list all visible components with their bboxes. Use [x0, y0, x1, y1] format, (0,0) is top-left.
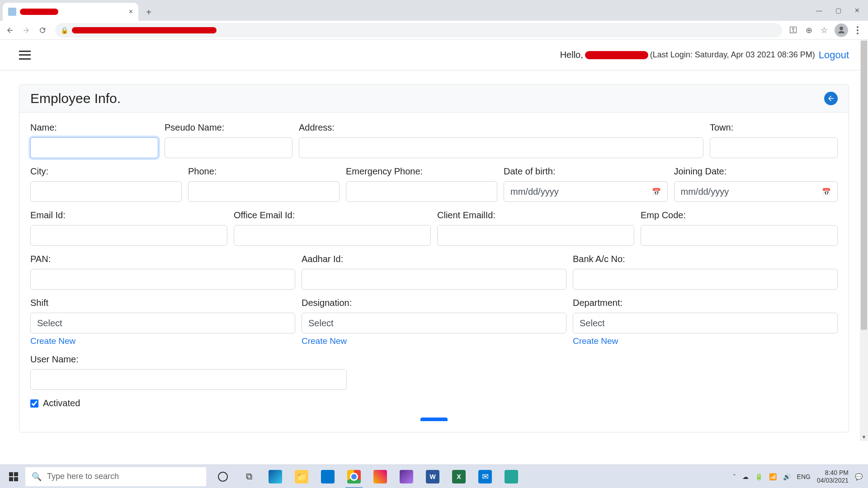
taskbar-search[interactable]: 🔍 Type here to search [25, 467, 206, 486]
shift-select[interactable]: Select [30, 313, 295, 333]
username-redacted [585, 51, 648, 59]
tray-language[interactable]: ENG [797, 473, 811, 480]
joining-date-input[interactable]: mm/dd/yyyy 📅 [674, 181, 838, 202]
emp-code-label: Emp Code: [641, 210, 838, 221]
nav-reload-icon[interactable] [36, 24, 49, 37]
window-maximize-button[interactable]: ▢ [829, 3, 847, 18]
tray-chevron-icon[interactable]: ˄ [733, 473, 736, 480]
tray-clock[interactable]: 8:40 PM 04/03/2021 [817, 469, 849, 484]
browser-menu-button[interactable] [854, 26, 862, 34]
visual-studio-taskbar-icon[interactable] [393, 465, 420, 488]
start-button[interactable] [2, 465, 25, 488]
scroll-down-icon[interactable]: ▼ [860, 433, 868, 441]
designation-create-new-link[interactable]: Create New [302, 336, 566, 346]
nav-back-icon[interactable] [4, 24, 16, 37]
chrome-taskbar-icon[interactable] [341, 465, 367, 488]
emergency-phone-input[interactable] [346, 181, 497, 202]
tray-battery-icon[interactable]: 🔋 [755, 473, 763, 480]
department-create-new-link[interactable]: Create New [573, 336, 838, 346]
dell-taskbar-icon[interactable] [315, 465, 341, 488]
password-key-icon[interactable]: ⚿ [788, 25, 798, 35]
nav-forward-icon[interactable] [20, 24, 33, 37]
town-label: Town: [710, 122, 838, 133]
app2-taskbar-icon[interactable] [498, 465, 524, 488]
bookmark-star-icon[interactable]: ☆ [819, 25, 829, 35]
employee-info-card: Employee Info. Name: Pseudo Name: [19, 84, 849, 432]
calendar-icon[interactable]: 📅 [822, 188, 831, 196]
username-label: User Name: [30, 354, 347, 365]
shift-label: Shift [30, 298, 295, 308]
word-taskbar-icon[interactable]: W [420, 465, 446, 488]
url-omnibox[interactable]: 🔒 [55, 23, 782, 38]
emp-code-input[interactable] [641, 225, 838, 246]
scroll-thumb[interactable] [861, 41, 867, 330]
address-input[interactable] [299, 137, 703, 158]
window-close-button[interactable]: ✕ [848, 3, 866, 18]
pseudo-name-label: Pseudo Name: [165, 122, 292, 133]
tray-onedrive-icon[interactable]: ☁ [742, 473, 749, 480]
excel-taskbar-icon[interactable]: X [446, 465, 472, 488]
pan-input[interactable] [30, 269, 295, 290]
activated-label: Activated [43, 398, 80, 408]
dob-label: Date of birth: [504, 166, 668, 177]
edge-taskbar-icon[interactable] [262, 465, 288, 488]
designation-select[interactable]: Select [302, 313, 566, 333]
name-input[interactable] [30, 137, 158, 158]
windows-logo-icon [9, 472, 18, 481]
windows-taskbar: 🔍 Type here to search ⧉ 📁 W X ✉ ˄ ☁ 🔋 📶 … [0, 465, 868, 488]
shift-create-new-link[interactable]: Create New [30, 336, 295, 346]
calendar-icon[interactable]: 📅 [652, 188, 661, 196]
aadhar-input[interactable] [302, 269, 566, 290]
department-select[interactable]: Select [573, 313, 838, 333]
joining-placeholder: mm/dd/yyyy [681, 187, 729, 197]
search-placeholder: Type here to search [47, 472, 119, 481]
pseudo-name-input[interactable] [165, 137, 292, 158]
browser-address-bar: 🔒 ⚿ ⊕ ☆ [0, 21, 868, 40]
new-tab-button[interactable]: + [142, 5, 156, 19]
tray-notifications-icon[interactable]: 💬 [855, 473, 863, 480]
hamburger-menu-icon[interactable] [19, 51, 31, 60]
profile-avatar-button[interactable] [835, 23, 848, 37]
logout-link[interactable]: Logout [819, 49, 849, 61]
bank-label: Bank A/c No: [573, 254, 838, 264]
tab-close-icon[interactable]: × [129, 8, 133, 16]
file-explorer-taskbar-icon[interactable]: 📁 [288, 465, 315, 488]
town-input[interactable] [710, 137, 838, 158]
dob-input[interactable]: mm/dd/yyyy 📅 [504, 181, 668, 202]
designation-label: Designation: [302, 298, 566, 308]
card-title: Employee Info. [30, 91, 121, 106]
back-button[interactable] [824, 92, 838, 105]
bank-input[interactable] [573, 269, 838, 290]
tray-volume-icon[interactable]: 🔊 [783, 473, 791, 480]
tab-title-redacted [20, 9, 58, 15]
address-label: Address: [299, 122, 703, 133]
tray-date: 04/03/2021 [817, 477, 849, 484]
mail-taskbar-icon[interactable]: ✉ [472, 465, 498, 488]
city-input[interactable] [30, 181, 182, 202]
activated-checkbox[interactable] [30, 399, 38, 408]
tab-favicon [8, 8, 16, 16]
phone-input[interactable] [188, 181, 340, 202]
cortana-button[interactable] [210, 465, 236, 488]
tray-wifi-icon[interactable]: 📶 [769, 473, 777, 480]
office-email-input[interactable] [234, 225, 431, 246]
last-login-text: (Last Login: Saturday, Apr 03 2021 08:36… [650, 50, 815, 60]
tray-time: 8:40 PM [817, 469, 849, 477]
lock-icon: 🔒 [61, 27, 68, 34]
email-input[interactable] [30, 225, 227, 246]
emergency-phone-label: Emergency Phone: [346, 166, 497, 177]
app-taskbar-icon[interactable] [367, 465, 393, 488]
office-email-label: Office Email Id: [234, 210, 431, 221]
username-input[interactable] [30, 369, 347, 390]
task-view-button[interactable]: ⧉ [236, 465, 262, 488]
browser-tab[interactable]: × [3, 3, 138, 21]
client-email-label: Client EmailId: [437, 210, 634, 221]
city-label: City: [30, 166, 182, 177]
page-scrollbar[interactable]: ▲ ▼ [860, 40, 868, 441]
zoom-icon[interactable]: ⊕ [804, 25, 814, 35]
window-minimize-button[interactable]: — [810, 3, 828, 18]
client-email-input[interactable] [437, 225, 634, 246]
email-label: Email Id: [30, 210, 227, 221]
url-redacted [72, 27, 217, 33]
browser-tabstrip: × + — ▢ ✕ [0, 0, 868, 21]
